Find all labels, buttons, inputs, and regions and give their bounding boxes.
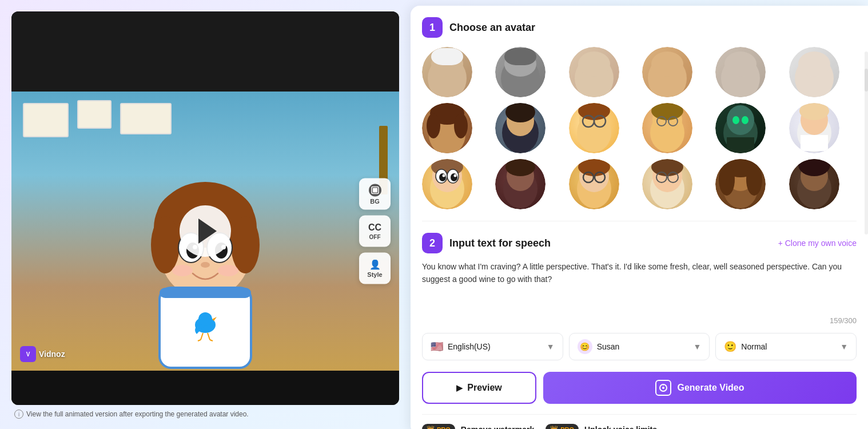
avatar-grid-row1 [422,47,857,97]
speech-text-area[interactable]: You know what I'm craving? A little pers… [422,260,857,312]
avatar-item-dark-woman[interactable] [789,159,839,209]
avatar-item-cartoon-girl-selected[interactable] [422,159,472,209]
pro-badge-voice: 👑 PRO [546,424,579,429]
avatar-item-dark-man[interactable] [715,103,766,153]
svg-point-73 [439,173,446,181]
pro-voice-item[interactable]: 👑 PRO Unlock voice limits [546,424,657,429]
svg-rect-23 [160,288,251,298]
section1-header: 1 Choose an avatar [422,17,857,38]
pro-bar: 👑 PRO Remove watermark 👑 PRO Unlock voic… [422,414,857,429]
video-controls: BG CC OFF 👤 Style [359,178,391,284]
clone-voice-button[interactable]: + Clone my own voice [778,239,857,248]
preview-play-icon: ▶ [456,383,463,392]
svg-point-43 [427,113,440,138]
svg-point-39 [798,51,830,77]
cc-off-label: OFF [369,234,381,240]
voice-icon: 😊 [578,339,592,354]
avatar-circle-cartoon2 [642,103,692,153]
generate-button[interactable]: Generate Video [543,372,857,404]
avatar-circle [789,47,839,97]
avatar-item-dark-moody[interactable] [495,159,546,209]
avatar-item-cartoon2[interactable] [642,103,692,153]
scrollbar-thumb[interactable] [865,69,868,92]
svg-point-100 [662,387,664,389]
avatar-item-black-woman[interactable] [715,159,766,209]
preview-button[interactable]: ▶ Preview [422,372,536,404]
svg-point-4 [151,216,180,273]
cc-control-button[interactable]: CC OFF [359,216,391,247]
generate-icon [655,380,671,396]
language-dropdown[interactable]: 🇺🇸 English(US) ▼ [422,333,563,360]
wall-item-2 [77,100,112,129]
section2-header: 2 Input text for speech + Clone my own v… [422,233,857,253]
avatar-item-boy-glasses[interactable] [569,159,619,209]
avatar-item-cartoon-glasses[interactable] [569,103,619,153]
avatar-item[interactable] [422,47,472,97]
avatar-item[interactable] [495,47,546,97]
avatar-circle-black-woman [715,159,766,209]
tone-dropdown[interactable]: 🙂 Normal ▼ [715,333,857,360]
dropdowns-row: 🇺🇸 English(US) ▼ 😊 Susan ▼ 🙂 Normal ▼ [422,333,857,360]
preview-label: Preview [467,383,501,393]
voice-dropdown[interactable]: 😊 Susan ▼ [569,333,710,360]
svg-point-13 [172,265,193,276]
info-bar: i View the full animated version after e… [11,405,399,423]
video-bottom-bar [11,371,399,405]
avatar-circle [642,47,692,97]
bg-control-button[interactable]: BG [359,178,391,210]
avatar-item-cartoon4[interactable] [642,159,692,209]
vidnoz-text: Vidnoz [39,349,65,359]
avatar-circle-dark-moody [495,159,546,209]
left-panel: BG CC OFF 👤 Style V Vidnoz i V [0,0,411,429]
bg-icon [369,184,381,196]
avatar-item[interactable] [715,47,766,97]
info-icon: i [14,410,23,419]
language-label: English(US) [448,342,542,351]
svg-point-33 [578,51,610,77]
avatar-circle-brown-girl [422,103,472,153]
svg-rect-31 [504,48,536,65]
svg-point-76 [454,174,457,177]
character-count: 159/300 [422,316,857,325]
bg-label: BG [370,197,380,204]
speech-text: You know what I'm craving? A little pers… [422,262,842,284]
section2: 2 Input text for speech + Clone my own v… [422,221,857,429]
svg-point-12 [201,262,210,268]
video-scene: BG CC OFF 👤 Style V Vidnoz [11,92,399,371]
svg-rect-61 [727,137,754,153]
wall-item-3 [120,103,172,134]
step2-badge: 2 [422,233,443,253]
avatar-item[interactable] [789,47,839,97]
avatar-circle-cartoon-glasses [569,103,619,153]
svg-point-44 [454,113,468,138]
style-control-button[interactable]: 👤 Style [359,253,391,284]
avatar-circle [495,47,546,97]
avatar-item-suit-man[interactable] [495,103,546,153]
svg-rect-67 [801,135,828,151]
avatar-item[interactable] [569,47,619,97]
video-top-bar [11,11,399,92]
svg-point-94 [719,164,735,196]
step1-badge: 1 [422,17,443,38]
pro-watermark-item[interactable]: 👑 PRO Remove watermark [422,424,534,429]
voice-chevron-icon: ▼ [693,342,701,351]
svg-point-60 [727,105,754,135]
avatar-item[interactable] [642,47,692,97]
svg-point-62 [732,116,739,124]
language-chevron-icon: ▼ [547,342,555,351]
pro-text-1: PRO [437,426,451,430]
avatar-circle-suit-man [495,103,546,153]
tone-chevron-icon: ▼ [840,342,848,351]
crown-icon-2: 👑 [550,426,558,429]
svg-point-95 [746,164,762,196]
svg-rect-28 [431,48,463,65]
avatar-circle-cartoon4 [642,159,692,209]
avatar-item-brown-girl[interactable] [422,103,472,153]
scrollbar-track [865,51,868,235]
avatar-item-cartoon3[interactable] [789,103,839,153]
avatar-circle [569,47,619,97]
svg-point-35 [651,51,683,77]
voice-label: Susan [597,342,689,351]
play-button[interactable] [180,205,231,257]
generate-label: Generate Video [677,383,744,393]
